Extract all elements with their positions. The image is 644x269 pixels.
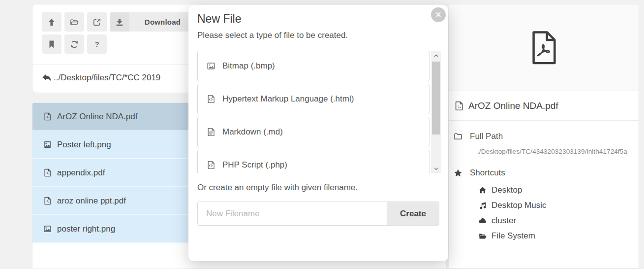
help-button-label: ? (94, 40, 99, 48)
full-path-header: Full Path (454, 132, 634, 141)
file-name: appendix.pdf (57, 168, 105, 178)
file-type-label: Bitmap (.bmp) (222, 61, 275, 71)
filename-input-group: Create (197, 202, 439, 226)
file-type-php[interactable]: PHP Script (.php) (197, 150, 429, 173)
preview-details: Full Path ./Desktop/files/TC/43432032303… (449, 121, 639, 243)
shortcut-label: cluster (491, 216, 516, 226)
file-pdf-icon (43, 112, 52, 121)
file-name: poster right.png (57, 224, 115, 234)
new-file-modal: ✕ New File Please select a type of file … (188, 5, 448, 261)
file-type-label: Markdown (.md) (222, 127, 283, 137)
shortcut-cluster[interactable]: cluster (479, 213, 634, 228)
go-up-button[interactable] (42, 12, 61, 32)
scrollbar-down-arrow[interactable] (431, 164, 441, 173)
bookmark-button[interactable] (42, 34, 61, 54)
share-button[interactable] (87, 12, 107, 32)
music-icon (479, 202, 487, 209)
shortcuts-label: Shortcuts (470, 168, 505, 178)
shortcut-label: File System (491, 231, 535, 241)
file-pdf-icon (43, 197, 52, 205)
file-type-label: PHP Script (.php) (222, 160, 287, 170)
close-icon: ✕ (435, 10, 442, 19)
file-name: Poster left.png (57, 140, 111, 150)
download-icon (110, 12, 129, 32)
preview-filename-row: ArOZ Online NDA.pdf (449, 91, 639, 121)
file-pdf-icon (454, 101, 464, 111)
up-arrow-icon (47, 18, 56, 27)
file-code-icon (207, 161, 215, 169)
modal-footer-text: Or create an empty file with given filen… (197, 183, 358, 193)
file-code-icon (207, 95, 215, 103)
breadcrumb[interactable]: ../Desktop/files/TC/*CC 2019 (42, 73, 160, 83)
shortcut-label: Desktop (491, 185, 522, 195)
shortcut-file-system[interactable]: File System (479, 228, 634, 243)
file-image-icon (43, 140, 52, 149)
modal-title: New File (197, 12, 241, 26)
file-manager-page: { "toolbar": { "download_label": "Downlo… (0, 0, 644, 269)
scrollbar[interactable] (431, 51, 441, 173)
full-path-label: Full Path (470, 132, 503, 141)
big-pdf-file-icon (530, 31, 558, 65)
scrollbar-thumb[interactable] (432, 62, 440, 134)
download-button[interactable]: Download (110, 12, 196, 32)
download-button-label: Download (129, 12, 196, 32)
preview-filename: ArOZ Online NDA.pdf (468, 101, 558, 111)
refresh-icon (70, 40, 79, 49)
file-type-bitmap[interactable]: Bitmap (.bmp) (197, 51, 429, 81)
file-type-markdown[interactable]: Markdown (.md) (197, 117, 429, 147)
file-lines-icon (207, 128, 215, 136)
toolbar-row-2: ? (42, 34, 107, 54)
folder-icon (454, 132, 462, 141)
file-image-icon (207, 62, 215, 70)
shortcut-desktop[interactable]: Desktop (479, 182, 634, 198)
close-button[interactable]: ✕ (431, 7, 446, 22)
star-icon (454, 168, 462, 177)
file-preview-panel: ArOZ Online NDA.pdf Full Path ./Desktop/… (449, 4, 639, 269)
file-name: aroz online ppt.pdf (57, 196, 126, 206)
external-link-icon (92, 18, 101, 27)
chevron-down-icon (433, 166, 439, 171)
cloud-icon (479, 217, 487, 225)
file-name: ArOZ Online NDA.pdf (57, 112, 137, 122)
file-type-html[interactable]: Hypertext Markup Language (.html) (197, 84, 429, 114)
help-button[interactable]: ? (87, 34, 107, 54)
file-image-icon (43, 225, 52, 233)
open-folder-button[interactable] (64, 12, 84, 32)
file-type-label: Hypertext Markup Language (.html) (222, 94, 354, 104)
file-pdf-icon (43, 168, 52, 177)
modal-subtitle: Please select a type of file to be creat… (197, 31, 348, 40)
file-type-list: Bitmap (.bmp) Hypertext Markup Language … (197, 51, 429, 173)
folder-open-icon (70, 18, 79, 27)
home-icon (479, 186, 487, 194)
shortcuts-header: Shortcuts (454, 168, 634, 178)
shortcut-label: Desktop Music (491, 201, 546, 210)
create-button[interactable]: Create (387, 202, 439, 226)
bookmark-icon (47, 40, 56, 49)
chevron-up-icon (433, 53, 439, 58)
shortcut-desktop-music[interactable]: Desktop Music (479, 198, 634, 213)
preview-hero (449, 4, 639, 91)
refresh-button[interactable] (64, 34, 84, 54)
breadcrumb-path: ../Desktop/files/TC/*CC 2019 (54, 73, 160, 83)
shortcut-list: Desktop Desktop Music cluster File Syste… (479, 182, 634, 243)
toolbar-row-1: Download (42, 12, 196, 32)
new-filename-input[interactable] (197, 202, 387, 226)
scrollbar-up-arrow[interactable] (431, 51, 441, 60)
back-reply-icon (42, 73, 51, 82)
folder-open-icon (479, 232, 487, 240)
full-path-value: ./Desktop/files/TC/43432032303139/inith4… (477, 148, 634, 155)
